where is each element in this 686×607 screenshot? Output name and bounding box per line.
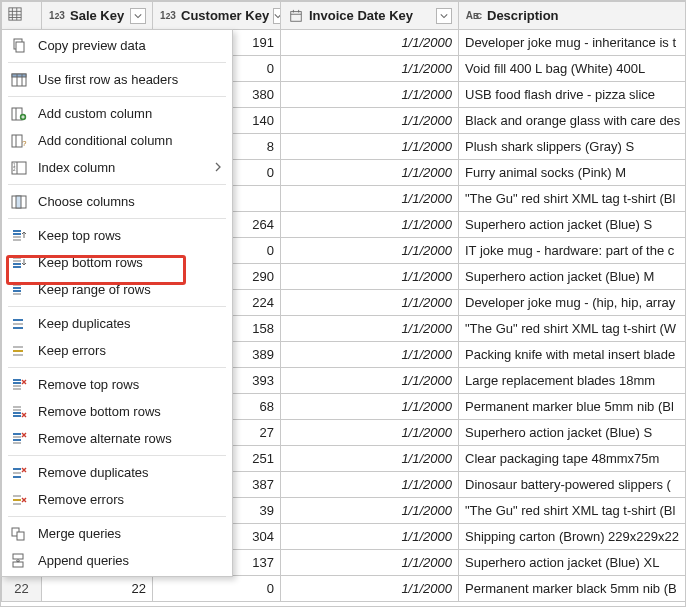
menu-label: Keep duplicates [38,316,131,331]
cell-invoice-date[interactable]: 1/1/2000 [281,186,459,212]
cell-description[interactable]: Developer joke mug - inheritance is t [459,30,687,56]
cell-invoice-date[interactable]: 1/1/2000 [281,30,459,56]
cell-description[interactable]: Clear packaging tape 48mmx75m [459,446,687,472]
column-header-sale-key[interactable]: 123 Sale Key [42,2,153,30]
menu-remove-alternate-rows[interactable]: Remove alternate rows [2,425,232,452]
svg-rect-68 [13,554,23,559]
menu-keep-top-rows[interactable]: Keep top rows [2,222,232,249]
svg-rect-6 [291,11,302,21]
keep-duplicates-icon [10,315,28,333]
cell-description[interactable]: Permanent marker black 5mm nib (B [459,576,687,602]
menu-remove-duplicates[interactable]: Remove duplicates [2,459,232,486]
row-number[interactable]: 22 [2,576,42,602]
corner-header[interactable] [2,2,42,30]
svg-rect-21 [12,135,22,147]
cell-description[interactable]: IT joke mug - hardware: part of the c [459,238,687,264]
cell-invoice-date[interactable]: 1/1/2000 [281,420,459,446]
menu-label: Remove top rows [38,377,139,392]
chevron-right-icon [214,160,222,175]
cell-description[interactable]: Shipping carton (Brown) 229x229x22 [459,524,687,550]
menu-label: Index column [38,160,115,175]
cell-description[interactable]: Dinosaur battery-powered slippers ( [459,472,687,498]
cell-invoice-date[interactable]: 1/1/2000 [281,342,459,368]
cell-description[interactable]: Large replacement blades 18mm [459,368,687,394]
cell-invoice-date[interactable]: 1/1/2000 [281,134,459,160]
cell-description[interactable]: Furry animal socks (Pink) M [459,160,687,186]
cell-invoice-date[interactable]: 1/1/2000 [281,498,459,524]
cell-description[interactable]: Plush shark slippers (Gray) S [459,134,687,160]
cell-invoice-date[interactable]: 1/1/2000 [281,368,459,394]
menu-keep-errors[interactable]: Keep errors [2,337,232,364]
cell-description[interactable]: Void fill 400 L bag (White) 400L [459,56,687,82]
cell-description[interactable]: Superhero action jacket (Blue) S [459,420,687,446]
menu-copy-preview[interactable]: Copy preview data [2,32,232,59]
cell-description[interactable]: Black and orange glass with care des [459,108,687,134]
column-header-customer-key[interactable]: 123 Customer Key [153,2,281,30]
cell-invoice-date[interactable]: 1/1/2000 [281,576,459,602]
cell-invoice-date[interactable]: 1/1/2000 [281,160,459,186]
conditional-column-icon: ? [10,132,28,150]
cell-description[interactable]: Superhero action jacket (Blue) XL [459,550,687,576]
cell-description[interactable]: "The Gu" red shirt XML tag t-shirt (Bl [459,498,687,524]
menu-add-custom-column[interactable]: Add custom column [2,100,232,127]
menu-keep-range-rows[interactable]: Keep range of rows [2,276,232,303]
merge-icon [10,525,28,543]
menu-label: Remove bottom rows [38,404,161,419]
cell-sale-key[interactable]: 22 [42,576,153,602]
menu-label: Use first row as headers [38,72,178,87]
menu-use-first-row[interactable]: Use first row as headers [2,66,232,93]
cell-invoice-date[interactable]: 1/1/2000 [281,446,459,472]
cell-invoice-date[interactable]: 1/1/2000 [281,394,459,420]
index-column-icon: 12 [10,159,28,177]
menu-label: Remove alternate rows [38,431,172,446]
menu-separator [8,306,226,307]
cell-description[interactable]: Superhero action jacket (Blue) M [459,264,687,290]
column-label: Invoice Date Key [309,8,413,23]
filter-button[interactable] [130,8,146,24]
menu-remove-top-rows[interactable]: Remove top rows [2,371,232,398]
svg-rect-0 [9,8,21,20]
menu-remove-errors[interactable]: Remove errors [2,486,232,513]
cell-invoice-date[interactable]: 1/1/2000 [281,82,459,108]
menu-label: Remove errors [38,492,124,507]
menu-label: Keep errors [38,343,106,358]
type-badge-date-icon [287,8,305,24]
keep-range-icon [10,281,28,299]
cell-description[interactable]: USB food flash drive - pizza slice [459,82,687,108]
menu-keep-duplicates[interactable]: Keep duplicates [2,310,232,337]
cell-invoice-date[interactable]: 1/1/2000 [281,316,459,342]
menu-index-column[interactable]: 12 Index column [2,154,232,181]
cell-description[interactable]: "The Gu" red shirt XML tag t-shirt (Bl [459,186,687,212]
cell-customer-key[interactable]: 0 [153,576,281,602]
menu-remove-bottom-rows[interactable]: Remove bottom rows [2,398,232,425]
cell-invoice-date[interactable]: 1/1/2000 [281,524,459,550]
filter-button[interactable] [273,8,280,24]
menu-separator [8,96,226,97]
cell-description[interactable]: Developer joke mug - (hip, hip, array [459,290,687,316]
cell-invoice-date[interactable]: 1/1/2000 [281,108,459,134]
menu-keep-bottom-rows[interactable]: Keep bottom rows [2,249,232,276]
menu-label: Append queries [38,553,129,568]
cell-description[interactable]: "The Gu" red shirt XML tag t-shirt (W [459,316,687,342]
cell-description[interactable]: Packing knife with metal insert blade [459,342,687,368]
cell-invoice-date[interactable]: 1/1/2000 [281,550,459,576]
cell-description[interactable]: Permanent marker blue 5mm nib (Bl [459,394,687,420]
column-header-invoice-date[interactable]: Invoice Date Key [281,2,459,30]
svg-rect-13 [12,74,26,77]
menu-separator [8,62,226,63]
cell-invoice-date[interactable]: 1/1/2000 [281,472,459,498]
column-header-description[interactable]: ABC Description [459,2,687,30]
filter-button[interactable] [436,8,452,24]
menu-choose-columns[interactable]: Choose columns [2,188,232,215]
table-row[interactable]: 222201/1/2000Permanent marker black 5mm … [2,576,687,602]
cell-invoice-date[interactable]: 1/1/2000 [281,290,459,316]
cell-description[interactable]: Superhero action jacket (Blue) S [459,212,687,238]
menu-merge-queries[interactable]: Merge queries [2,520,232,547]
table-menu-icon[interactable] [8,9,22,24]
cell-invoice-date[interactable]: 1/1/2000 [281,238,459,264]
cell-invoice-date[interactable]: 1/1/2000 [281,56,459,82]
menu-add-conditional-column[interactable]: ? Add conditional column [2,127,232,154]
menu-append-queries[interactable]: Append queries [2,547,232,574]
cell-invoice-date[interactable]: 1/1/2000 [281,264,459,290]
cell-invoice-date[interactable]: 1/1/2000 [281,212,459,238]
